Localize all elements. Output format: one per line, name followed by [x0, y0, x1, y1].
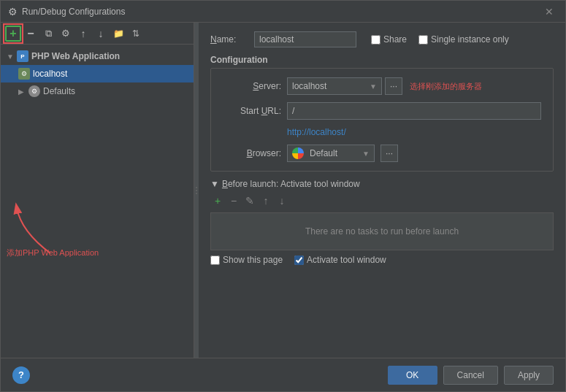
server-select[interactable]: localhost ▼ [287, 77, 382, 95]
before-launch-add-btn[interactable]: + [210, 193, 225, 208]
config-fields: Server: localhost ▼ ··· 选择刚添加的服务器 Start [210, 68, 554, 172]
before-launch-section: ▼ Before launch: Activate tool window + … [210, 179, 554, 265]
tree-item-php-web-app[interactable]: ▼ P PHP Web Application [1, 47, 194, 65]
titlebar-left: ⚙ Run/Debug Configurations [8, 6, 125, 18]
browser-more-btn[interactable]: ··· [380, 145, 398, 162]
localhost-label: localhost [33, 69, 67, 79]
browser-dropdown-arrow: ▼ [362, 150, 370, 158]
divider-dots [196, 187, 197, 194]
tree-item-defaults[interactable]: ▶ ⚙ Defaults [1, 82, 194, 100]
ok-button[interactable]: OK [388, 366, 437, 385]
tree-item-localhost[interactable]: ⚙ localhost [1, 65, 194, 82]
sort-button[interactable]: ⇅ [128, 26, 144, 42]
server-field-row: Server: localhost ▼ ··· 选择刚添加的服务器 [223, 77, 541, 95]
no-tasks-text: There are no tasks to run before launch [305, 226, 459, 237]
remove-config-button[interactable]: − [23, 26, 39, 42]
browser-value: Default [310, 148, 337, 158]
activate-window-checkbox[interactable] [294, 255, 304, 265]
show-page-text: Show this page [223, 255, 283, 265]
server-field-label: Server: [223, 81, 281, 91]
titlebar-icon: ⚙ [8, 6, 18, 18]
divider-dot [196, 190, 197, 191]
configuration-section: Configuration Server: localhost ▼ ··· 选择… [210, 55, 554, 172]
browser-select[interactable]: Default ▼ [287, 145, 375, 162]
before-launch-toolbar: + − ✎ ↑ ↓ [210, 193, 554, 208]
move-up-button[interactable]: ↑ [75, 26, 91, 42]
activate-window-label[interactable]: Activate tool window [294, 255, 386, 265]
share-checkbox-label[interactable]: Share [371, 34, 407, 45]
show-page-label[interactable]: Show this page [210, 255, 283, 265]
name-input[interactable] [254, 31, 356, 47]
single-instance-text: Single instance only [431, 34, 509, 45]
divider-dot [196, 187, 197, 188]
config-tree: ▼ P PHP Web Application ⚙ localhost ▶ ⚙ … [1, 45, 194, 358]
close-button[interactable]: ✕ [540, 4, 558, 19]
name-row: Name: Share Single instance only [210, 31, 554, 47]
config-section-title: Configuration [210, 55, 554, 68]
expand-php-arrow: ▼ [7, 53, 14, 61]
titlebar-title: Run/Debug Configurations [22, 7, 125, 17]
settings-config-button[interactable]: ⚙ [58, 26, 74, 42]
bottom-bar: ? OK Cancel Apply [1, 358, 565, 391]
apply-button[interactable]: Apply [504, 366, 554, 385]
single-instance-checkbox[interactable] [418, 35, 428, 45]
show-options: Show this page Activate tool window [210, 255, 554, 265]
show-page-checkbox[interactable] [210, 255, 220, 265]
main-content: + − ⧉ ⚙ ↑ ↓ 📁 ⇅ ▼ P PHP Web Application [1, 23, 565, 358]
url-link[interactable]: http://localhost/ [287, 127, 346, 137]
url-link-row: http://localhost/ [223, 127, 541, 137]
left-panel: + − ⧉ ⚙ ↑ ↓ 📁 ⇅ ▼ P PHP Web Application [1, 23, 194, 358]
run-debug-dialog: ⚙ Run/Debug Configurations ✕ + − ⧉ ⚙ ↑ ↓… [0, 0, 566, 392]
server-dropdown-arrow: ▼ [370, 82, 377, 91]
before-launch-title: Before launch: Activate tool window [222, 179, 360, 189]
localhost-config-icon: ⚙ [18, 68, 30, 80]
help-button[interactable]: ? [12, 366, 30, 384]
expand-defaults-arrow: ▶ [18, 88, 26, 96]
move-down-button[interactable]: ↓ [93, 26, 109, 42]
add-button-wrapper: + [5, 26, 21, 42]
before-launch-down-btn[interactable]: ↓ [275, 193, 289, 208]
start-url-row: Start URL: [223, 102, 541, 120]
before-launch-header: ▼ Before launch: Activate tool window [210, 179, 554, 189]
defaults-label: Defaults [43, 86, 75, 96]
chrome-icon [292, 147, 304, 159]
start-url-input[interactable] [287, 102, 541, 120]
tasks-box: There are no tasks to run before launch [210, 212, 554, 250]
add-config-button[interactable]: + [5, 26, 21, 42]
activate-window-text: Activate tool window [307, 255, 386, 265]
share-checkbox[interactable] [371, 35, 380, 45]
right-panel: Name: Share Single instance only Configu… [199, 23, 565, 358]
name-field-label: Name: [210, 34, 247, 45]
before-launch-up-btn[interactable]: ↑ [259, 193, 273, 208]
defaults-icon: ⚙ [28, 85, 40, 97]
action-buttons: OK Cancel Apply [388, 366, 554, 385]
server-select-wrapper: localhost ▼ ··· 选择刚添加的服务器 [287, 77, 482, 95]
server-select-value: localhost [292, 81, 326, 91]
share-label: Share [383, 34, 407, 45]
config-toolbar: + − ⧉ ⚙ ↑ ↓ 📁 ⇅ [1, 23, 194, 45]
copy-config-button[interactable]: ⧉ [40, 26, 56, 42]
before-launch-arrow: ▼ [210, 179, 219, 189]
php-web-app-icon: P [17, 50, 28, 62]
cancel-button[interactable]: Cancel [443, 366, 498, 385]
before-launch-remove-btn[interactable]: − [226, 193, 241, 208]
single-instance-label[interactable]: Single instance only [418, 34, 509, 45]
titlebar: ⚙ Run/Debug Configurations ✕ [1, 1, 565, 23]
options-group: Share Single instance only [371, 34, 509, 45]
browser-field-row: Browser: Default ▼ ··· [223, 145, 541, 162]
php-web-app-label: PHP Web Application [31, 51, 120, 61]
browser-field-label: Browser: [223, 148, 281, 158]
folder-button[interactable]: 📁 [110, 26, 126, 42]
start-url-label: Start URL: [223, 106, 281, 116]
server-more-btn[interactable]: ··· [385, 77, 402, 95]
select-server-annotation: 选择刚添加的服务器 [410, 81, 482, 92]
before-launch-edit-btn[interactable]: ✎ [242, 193, 257, 208]
divider-dot [196, 193, 197, 194]
